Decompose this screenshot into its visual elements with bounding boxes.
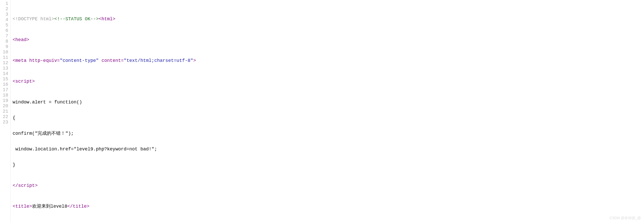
code-line[interactable]: <head> <box>13 37 442 43</box>
tag-token: <head> <box>13 37 29 42</box>
line-number: 16 <box>1 82 8 87</box>
script-text: { <box>13 115 15 120</box>
code-line[interactable]: <title>欢迎来到level8</title> <box>13 204 442 209</box>
line-number: 12 <box>1 60 8 66</box>
string-token: "content-type" <box>60 58 99 63</box>
line-number: 14 <box>1 71 8 76</box>
string-token: "text/html;charset=utf-8" <box>124 58 193 63</box>
tag-token: <html> <box>99 16 115 22</box>
line-number: 9 <box>1 44 8 50</box>
line-number: 1 <box>1 1 8 6</box>
script-text: confirm("完成的不错！"); <box>13 131 74 136</box>
line-number: 17 <box>1 87 8 93</box>
tag-token: </title> <box>67 204 89 209</box>
comment-token: <!--STATUS OK--> <box>54 16 99 22</box>
code-line[interactable]: window.alert = function() <box>13 100 442 105</box>
line-number: 3 <box>1 12 8 17</box>
text-token: 欢迎来到level8 <box>32 204 67 209</box>
script-text: window.location.href="level9.php?keyword… <box>13 147 157 152</box>
line-number: 19 <box>1 98 8 103</box>
line-number: 11 <box>1 55 8 60</box>
code-line[interactable]: <script> <box>13 79 442 84</box>
line-number: 7 <box>1 33 8 39</box>
code-line[interactable]: </script> <box>13 183 442 188</box>
tag-token: </script> <box>13 183 38 188</box>
line-number: 13 <box>1 66 8 71</box>
attr-token: content= <box>99 58 124 63</box>
code-line[interactable]: } <box>13 162 442 168</box>
line-number-gutter: 1234567891011121314151617181920212223 <box>0 0 11 222</box>
line-number: 6 <box>1 28 8 33</box>
script-text: } <box>13 162 15 167</box>
line-number: 4 <box>1 17 8 23</box>
line-number: 8 <box>1 39 8 44</box>
line-number: 21 <box>1 109 8 114</box>
code-line[interactable]: confirm("完成的不错！"); <box>13 131 442 136</box>
code-line[interactable]: <meta http-equiv="content-type" content=… <box>13 58 442 63</box>
line-number: 5 <box>1 23 8 28</box>
tag-token: <meta <box>13 58 26 63</box>
line-number: 20 <box>1 103 8 109</box>
watermark-text: CSDN @奈何@_@ <box>610 216 641 220</box>
tag-token: <title> <box>13 204 32 209</box>
line-number: 15 <box>1 76 8 82</box>
code-line[interactable]: window.location.href="level9.php?keyword… <box>13 147 442 152</box>
code-line[interactable]: <!DOCTYPE html><!--STATUS OK--><html> <box>13 16 442 22</box>
code-editor-body[interactable]: <!DOCTYPE html><!--STATUS OK--><html> <h… <box>11 0 444 222</box>
line-number: 2 <box>1 6 8 12</box>
line-number: 22 <box>1 114 8 120</box>
code-line[interactable]: { <box>13 115 442 121</box>
script-text: window.alert = function() <box>13 100 82 105</box>
line-number: 23 <box>1 120 8 125</box>
tag-token: > <box>193 58 196 63</box>
attr-token: http-equiv= <box>26 58 60 63</box>
line-number: 18 <box>1 93 8 98</box>
line-number: 10 <box>1 50 8 55</box>
tag-token: <script> <box>13 79 35 84</box>
doctype-token: <!DOCTYPE html> <box>13 16 54 22</box>
